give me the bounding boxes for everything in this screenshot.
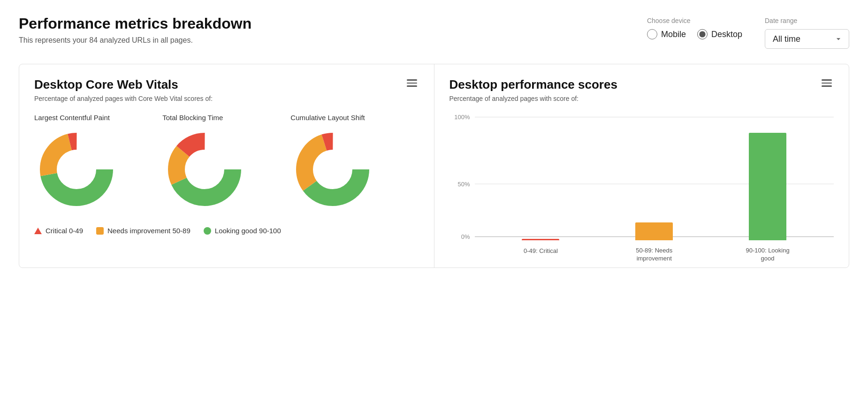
mobile-radio-label[interactable]: Mobile	[647, 29, 686, 39]
svg-point-11	[315, 152, 350, 187]
looking-good-icon	[204, 227, 211, 235]
donut-charts-row: Largest Contentful Paint Total Blocking	[34, 114, 419, 212]
mobile-label: Mobile	[661, 30, 686, 39]
lcp-donut	[34, 127, 119, 212]
bar-critical: 0-49: Critical	[522, 114, 559, 240]
left-panel-header: Desktop Core Web Vitals	[34, 77, 419, 92]
lcp-label: Largest Contentful Paint	[34, 114, 110, 122]
desktop-label: Desktop	[711, 30, 742, 39]
date-range-label: Date range	[765, 17, 849, 24]
desktop-radio-label[interactable]: Desktop	[697, 29, 742, 39]
chart-legend: Critical 0-49 Needs improvement 50-89 Lo…	[34, 227, 419, 235]
main-content: Desktop Core Web Vitals Percentage of an…	[19, 64, 849, 268]
device-chooser: Choose device Mobile Desktop	[647, 17, 742, 39]
right-panel-header: Desktop performance scores	[449, 77, 834, 92]
left-panel-title: Desktop Core Web Vitals	[34, 77, 178, 92]
bar-needs-improvement-label: 50-89: Needs improvement	[626, 247, 682, 263]
cls-label: Cumulative Layout Shift	[290, 114, 365, 122]
bar-needs-improvement: 50-89: Needs improvement	[635, 114, 673, 240]
legend-looking-good-label: Looking good 90-100	[215, 227, 281, 235]
device-label: Choose device	[647, 17, 742, 24]
y-label-0: 0%	[449, 233, 470, 240]
page-subtitle: This represents your 84 analyzed URLs in…	[19, 36, 251, 45]
critical-icon	[34, 228, 42, 234]
right-panel-subtitle: Percentage of analyzed pages with score …	[449, 95, 834, 102]
right-panel: Desktop performance scores Percentage of…	[434, 64, 849, 267]
left-panel-menu-icon[interactable]	[405, 77, 419, 89]
tbt-chart: Total Blocking Time	[162, 114, 290, 212]
date-range-group: Date range All time Last 30 days Last 90…	[765, 17, 849, 49]
bar-looking-good-fill	[749, 133, 786, 241]
desktop-radio[interactable]	[697, 29, 708, 39]
page-header: Performance metrics breakdown This repre…	[19, 15, 849, 49]
left-panel: Desktop Core Web Vitals Percentage of an…	[19, 64, 434, 267]
page-title: Performance metrics breakdown	[19, 15, 251, 32]
bars-group: 0-49: Critical 50-89: Needs improvement …	[475, 114, 834, 240]
header-left: Performance metrics breakdown This repre…	[19, 15, 251, 45]
device-options: Mobile Desktop	[647, 29, 742, 39]
lcp-chart: Largest Contentful Paint	[34, 114, 162, 212]
legend-critical-label: Critical 0-49	[46, 227, 83, 235]
needs-improvement-icon	[96, 227, 104, 235]
bar-critical-fill	[522, 239, 559, 240]
svg-point-7	[187, 152, 222, 187]
date-range-select[interactable]: All time Last 30 days Last 90 days Last …	[765, 29, 849, 49]
tbt-donut	[162, 127, 247, 212]
bar-critical-label: 0-49: Critical	[517, 247, 564, 254]
tbt-label: Total Blocking Time	[162, 114, 223, 122]
bar-looking-good-label: 90-100: Looking good	[739, 247, 796, 263]
header-right: Choose device Mobile Desktop Date range …	[647, 15, 849, 49]
legend-needs-improvement-label: Needs improvement 50-89	[107, 227, 190, 235]
bar-needs-improvement-fill	[635, 222, 673, 240]
legend-critical: Critical 0-49	[34, 227, 83, 235]
cls-chart: Cumulative Layout Shift	[290, 114, 419, 212]
legend-needs-improvement: Needs improvement 50-89	[96, 227, 190, 235]
mobile-radio[interactable]	[647, 29, 657, 39]
y-label-100: 100%	[449, 114, 470, 121]
right-panel-menu-icon[interactable]	[820, 77, 834, 89]
bar-chart: 100% 50% 0% 0-49:	[449, 114, 834, 254]
y-label-50: 50%	[449, 181, 470, 188]
svg-point-3	[59, 152, 94, 187]
legend-looking-good: Looking good 90-100	[204, 227, 281, 235]
bar-looking-good: 90-100: Looking good	[749, 114, 786, 240]
cls-donut	[290, 127, 375, 212]
right-panel-title: Desktop performance scores	[449, 77, 617, 92]
left-panel-subtitle: Percentage of analyzed pages with Core W…	[34, 95, 419, 102]
